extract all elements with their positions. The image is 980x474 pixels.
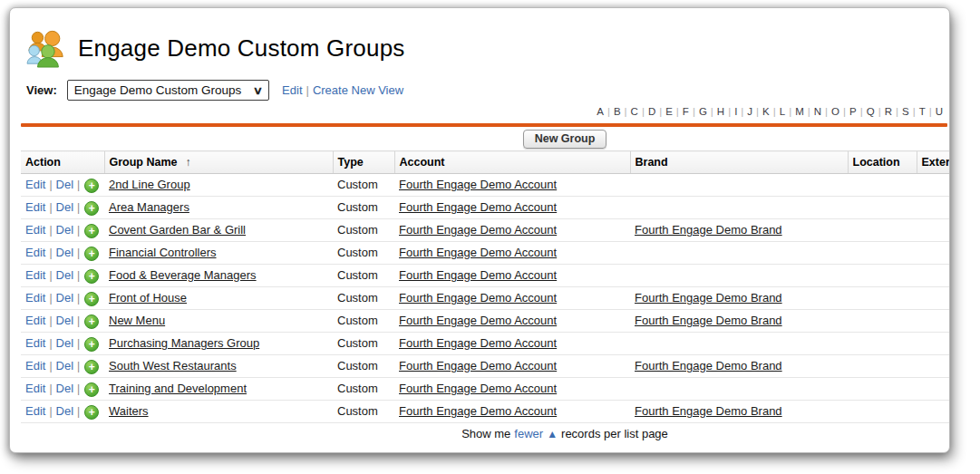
col-header-group-name[interactable]: Group Name↑ [104,151,333,174]
add-member-icon[interactable]: + [84,179,99,193]
add-member-icon[interactable]: + [84,314,99,329]
col-header-brand[interactable]: Brand [630,151,848,174]
add-member-icon[interactable]: + [84,247,99,261]
add-member-icon[interactable]: + [84,382,99,397]
del-link[interactable]: Del [56,382,74,395]
brand-link[interactable]: Fourth Engage Demo Brand [635,359,782,372]
edit-view-link[interactable]: Edit [282,83,302,97]
alphabet-letter[interactable]: F [682,106,690,117]
del-link[interactable]: Del [56,336,74,350]
del-link[interactable]: Del [56,223,74,237]
view-select[interactable]: Engage Demo Custom Groups ∨ [67,80,269,101]
up-triangle-icon[interactable]: ▲ [547,428,558,440]
edit-link[interactable]: Edit [25,178,45,191]
groups-table: Action Group Name↑ Type Account Brand Lo… [21,150,950,423]
edit-link[interactable]: Edit [25,404,45,418]
group-name-link[interactable]: Front of House [109,291,187,305]
add-member-icon[interactable]: + [84,360,99,374]
del-link[interactable]: Del [56,178,74,191]
group-name-link[interactable]: Area Managers [109,200,189,214]
del-link[interactable]: Del [56,291,74,305]
add-member-icon[interactable]: + [84,405,99,420]
add-member-icon[interactable]: + [84,269,99,284]
brand-link[interactable]: Fourth Engage Demo Brand [635,223,782,237]
alphabet-letter[interactable]: A [596,106,605,117]
group-name-link[interactable]: New Menu [109,314,165,327]
alphabet-letter[interactable]: N [813,106,822,117]
edit-link[interactable]: Edit [25,223,45,237]
action-cell: Edit|Del|+ [21,378,104,401]
edit-link[interactable]: Edit [25,314,45,327]
account-cell: Fourth Engage Demo Account [394,242,630,265]
alphabet-letter[interactable]: G [698,106,708,117]
edit-link[interactable]: Edit [25,359,45,372]
account-link[interactable]: Fourth Engage Demo Account [399,291,557,305]
alphabet-letter[interactable]: K [762,106,771,117]
edit-link[interactable]: Edit [25,246,45,259]
col-header-account[interactable]: Account [394,151,630,174]
account-link[interactable]: Fourth Engage Demo Account [399,268,557,282]
group-name-link[interactable]: Training and Development [109,382,247,395]
brand-link[interactable]: Fourth Engage Demo Brand [635,404,782,418]
del-link[interactable]: Del [56,268,74,282]
col-header-location[interactable]: Location [848,151,917,174]
create-new-view-link[interactable]: Create New View [313,83,403,97]
group-name-link[interactable]: Covent Garden Bar & Grill [109,223,246,237]
del-link[interactable]: Del [56,359,74,372]
brand-cell: Fourth Engage Demo Brand [630,287,848,310]
edit-link[interactable]: Edit [25,382,45,395]
account-link[interactable]: Fourth Engage Demo Account [399,178,557,191]
brand-link[interactable]: Fourth Engage Demo Brand [635,291,782,305]
account-link[interactable]: Fourth Engage Demo Account [399,359,557,372]
edit-link[interactable]: Edit [25,291,45,305]
col-header-action[interactable]: Action [21,151,104,174]
alphabet-letter[interactable]: O [830,106,840,117]
account-link[interactable]: Fourth Engage Demo Account [399,382,557,395]
external-cell [917,197,950,219]
del-link[interactable]: Del [56,314,74,327]
account-link[interactable]: Fourth Engage Demo Account [399,246,557,259]
alphabet-separator: | [876,106,884,117]
group-name-link[interactable]: 2nd Line Group [109,178,190,191]
alphabet-letter[interactable]: R [884,106,893,117]
account-link[interactable]: Fourth Engage Demo Account [399,336,557,350]
alphabet-letter[interactable]: C [630,106,639,117]
alphabet-letter[interactable]: M [794,106,805,117]
edit-link[interactable]: Edit [25,336,45,350]
fewer-link[interactable]: fewer [514,427,543,440]
add-member-icon[interactable]: + [84,337,99,352]
add-member-icon[interactable]: + [84,201,99,216]
location-cell [848,310,917,333]
alphabet-letter[interactable]: H [716,106,725,117]
group-name-link[interactable]: Waiters [109,404,149,418]
new-group-button[interactable]: New Group [523,130,607,149]
alphabet-letter[interactable]: S [901,106,910,117]
alphabet-letter[interactable]: Q [866,106,876,117]
alphabet-letter[interactable]: T [918,106,927,117]
group-name-link[interactable]: South West Restaurants [109,359,237,372]
alphabet-letter[interactable]: D [647,106,656,117]
del-link[interactable]: Del [56,246,74,259]
alphabet-letter[interactable]: U [935,106,944,117]
col-header-external[interactable]: Exter [917,151,950,174]
col-header-type[interactable]: Type [333,151,394,174]
brand-link[interactable]: Fourth Engage Demo Brand [635,314,782,327]
alphabet-letter[interactable]: B [613,106,622,117]
alphabet-letter[interactable]: L [779,106,786,117]
alphabet-letter[interactable]: E [665,106,674,117]
alphabet-letter[interactable]: P [849,106,858,117]
account-link[interactable]: Fourth Engage Demo Account [399,223,557,237]
account-link[interactable]: Fourth Engage Demo Account [399,314,557,327]
alphabet-letter[interactable]: J [746,106,753,117]
group-name-link[interactable]: Financial Controllers [109,246,217,259]
group-name-link[interactable]: Food & Beverage Managers [109,268,257,282]
add-member-icon[interactable]: + [84,292,99,306]
del-link[interactable]: Del [56,404,74,418]
add-member-icon[interactable]: + [84,224,99,238]
account-link[interactable]: Fourth Engage Demo Account [399,404,557,418]
edit-link[interactable]: Edit [25,200,45,214]
edit-link[interactable]: Edit [25,268,45,282]
account-link[interactable]: Fourth Engage Demo Account [399,200,557,214]
group-name-link[interactable]: Purchasing Managers Group [109,336,259,350]
del-link[interactable]: Del [56,200,74,214]
